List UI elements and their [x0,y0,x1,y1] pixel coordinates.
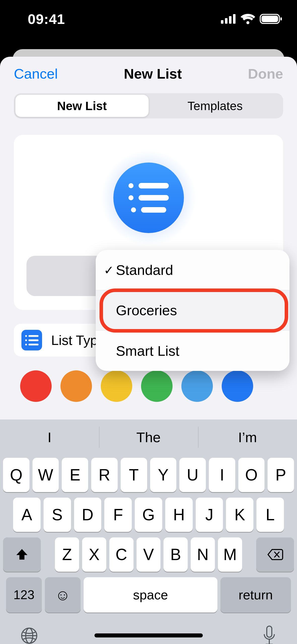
key-q[interactable]: Q [3,458,29,492]
tab-templates[interactable]: Templates [149,95,282,117]
svg-rect-2 [229,16,232,24]
color-swatch-yellow[interactable] [101,370,132,402]
key-space[interactable]: space [84,577,217,613]
battery-icon [260,14,282,24]
key-p[interactable]: P [268,458,294,492]
key-w[interactable]: W [32,458,59,492]
key-emoji[interactable]: ☺ [45,577,81,613]
key-a[interactable]: A [13,498,41,532]
key-d[interactable]: D [74,498,102,532]
svg-rect-1 [225,18,227,24]
key-c[interactable]: C [109,537,134,572]
key-t[interactable]: T [121,458,147,492]
suggestion-bar: I The I’m [0,420,297,455]
key-y[interactable]: Y [150,458,177,492]
popup-item-label: Groceries [116,302,177,318]
key-m[interactable]: M [218,537,242,572]
key-x[interactable]: X [82,537,106,572]
suggestion-2[interactable]: The [99,420,198,455]
svg-rect-10 [267,626,272,637]
svg-rect-5 [261,16,278,22]
wifi-icon [241,14,255,24]
popup-item-smartlist[interactable]: Smart List [96,331,289,371]
popup-item-groceries[interactable]: Groceries [96,290,289,331]
key-j[interactable]: J [196,498,223,532]
key-b[interactable]: B [163,537,188,572]
key-i[interactable]: I [209,458,235,492]
key-z[interactable]: Z [55,537,79,572]
key-v[interactable]: V [137,537,161,572]
suggestion-3[interactable]: I’m [198,420,297,455]
list-type-icon [21,330,42,350]
backspace-icon [267,549,283,561]
emoji-icon: ☺ [55,586,70,604]
shift-icon [15,548,29,562]
key-o[interactable]: O [238,458,265,492]
svg-rect-3 [233,14,236,24]
status-icons [221,14,282,24]
key-r[interactable]: R [91,458,118,492]
list-icon[interactable] [113,163,184,233]
tab-new-list[interactable]: New List [15,95,149,117]
svg-rect-6 [280,17,282,20]
popup-item-label: Standard [116,262,173,278]
popup-item-standard[interactable]: ✓ Standard [96,250,289,290]
dictation-icon[interactable] [262,625,277,644]
key-backspace[interactable] [256,537,294,572]
home-indicator[interactable] [94,633,203,637]
key-n[interactable]: N [191,537,215,572]
checkmark-icon: ✓ [104,263,113,277]
suggestion-1[interactable]: I [0,420,99,455]
keyboard-footer [0,613,297,644]
cancel-button[interactable]: Cancel [14,66,58,82]
color-swatch-orange[interactable] [60,370,92,402]
segmented-control[interactable]: New List Templates [14,93,283,118]
colors-row [14,370,283,402]
svg-rect-0 [221,20,223,24]
status-time: 09:41 [28,11,65,27]
color-swatch-green[interactable] [141,370,173,402]
keyboard: I The I’m Q W E R T Y U I O P A S D F [0,420,297,644]
color-swatch-blue[interactable] [222,370,253,402]
color-swatch-lightblue[interactable] [181,370,213,402]
color-swatch-red[interactable] [20,370,52,402]
key-f[interactable]: F [104,498,132,532]
key-h[interactable]: H [165,498,193,532]
key-s[interactable]: S [44,498,71,532]
list-icon-glow [101,150,196,246]
globe-icon[interactable] [20,627,38,644]
key-k[interactable]: K [226,498,253,532]
done-button[interactable]: Done [248,66,283,82]
key-g[interactable]: G [135,498,162,532]
sheet-title: New List [124,66,182,82]
key-l[interactable]: L [256,498,284,532]
key-row-2: A S D F G H J K L [3,498,294,532]
popup-item-label: Smart List [116,343,179,359]
status-bar: 09:41 [0,0,297,45]
key-e[interactable]: E [62,458,88,492]
key-shift[interactable] [3,537,41,572]
key-u[interactable]: U [179,458,206,492]
list-type-popup: ✓ Standard Groceries Smart List [96,250,289,371]
key-row-3: Z X C V B N M [3,537,294,572]
sheet-header: Cancel New List Done [0,57,297,91]
key-row-1: Q W E R T Y U I O P [3,458,294,492]
key-row-bottom: 123 ☺ space return [3,577,294,613]
cellular-signal-icon [221,14,236,24]
key-return[interactable]: return [220,577,291,613]
key-123[interactable]: 123 [6,577,42,613]
